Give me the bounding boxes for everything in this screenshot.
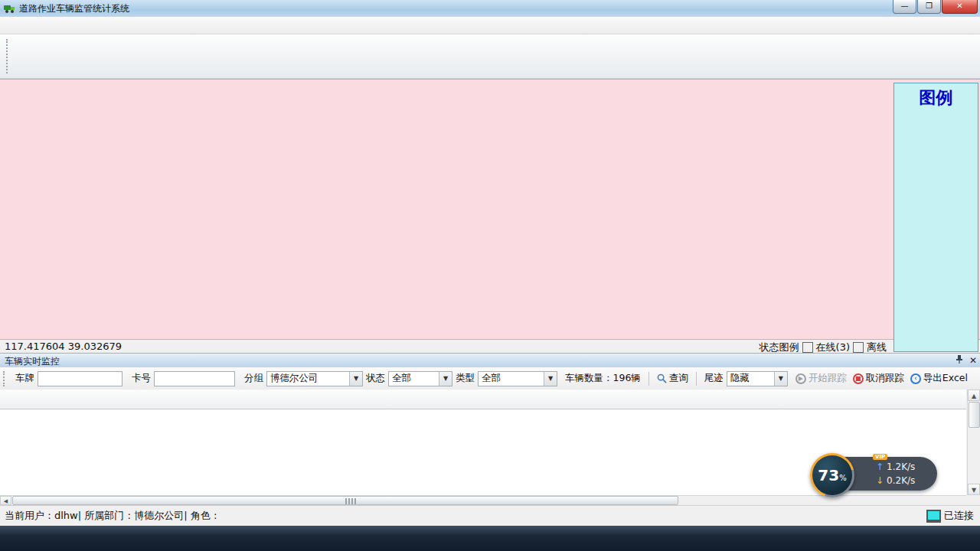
status-label: 状态 bbox=[366, 372, 385, 385]
type-select[interactable]: 全部▼ bbox=[478, 371, 557, 386]
app-window: 道路作业车辆监管统计系统 — ❐ ✕ 图例 117.417604 39.0326… bbox=[0, 0, 980, 551]
group-select[interactable]: 博德尔公司▼ bbox=[266, 371, 363, 386]
map-status-strip: 117.417604 39.032679 状态图例 在线(3) 离线 bbox=[0, 339, 980, 354]
card-label: 卡号 bbox=[132, 372, 151, 385]
card-input[interactable] bbox=[154, 371, 235, 386]
window-title: 道路作业车辆监管统计系统 bbox=[19, 2, 129, 15]
current-user-info: 当前用户：dlhw| 所属部门：博德尔公司| 角色： bbox=[5, 509, 220, 523]
status-select-value: 全部 bbox=[389, 372, 411, 385]
start-track-button: ▶ 开始跟踪 bbox=[795, 372, 847, 385]
minimize-button[interactable]: — bbox=[893, 0, 916, 14]
map-canvas[interactable] bbox=[0, 79, 980, 340]
taskbar bbox=[0, 526, 980, 551]
trail-select-value: 隐藏 bbox=[727, 372, 750, 385]
hscroll-grip bbox=[345, 498, 356, 504]
type-select-value: 全部 bbox=[479, 372, 501, 385]
monitor-icon bbox=[926, 510, 941, 523]
cursor-coordinates: 117.417604 39.032679 bbox=[5, 341, 122, 352]
download-arrow-icon: ↓ bbox=[876, 475, 884, 486]
separator bbox=[696, 372, 697, 386]
map-legend: 图例 bbox=[893, 83, 978, 352]
scroll-down-arrow[interactable]: ▼ bbox=[968, 484, 980, 495]
play-icon: ▶ bbox=[795, 373, 806, 384]
group-label: 分组 bbox=[244, 372, 263, 385]
trail-label: 尾迹 bbox=[704, 372, 724, 385]
filter-toolbar: 车牌 卡号 分组 博德尔公司▼ 状态 全部▼ 类型 全部▼ 车辆数量：196辆 … bbox=[0, 367, 980, 390]
plate-input[interactable] bbox=[38, 371, 122, 386]
chevron-down-icon: ▼ bbox=[439, 372, 452, 386]
cancel-track-button[interactable]: ■ 取消跟踪 bbox=[853, 372, 904, 385]
table-header-row bbox=[0, 390, 966, 409]
main-toolbar bbox=[0, 34, 980, 79]
plate-label: 车牌 bbox=[15, 372, 34, 385]
status-bar: 当前用户：dlhw| 所属部门：博德尔公司| 角色： 已连接 bbox=[0, 505, 980, 527]
filterbar-grip bbox=[3, 371, 8, 386]
vehicle-count: 车辆数量：196辆 bbox=[565, 372, 641, 385]
title-bar: 道路作业车辆监管统计系统 — ❐ ✕ bbox=[0, 0, 980, 18]
group-select-value: 博德尔公司 bbox=[267, 372, 318, 385]
search-icon bbox=[657, 373, 667, 383]
truck-app-icon bbox=[4, 4, 16, 14]
query-button[interactable]: 查询 bbox=[657, 372, 688, 385]
scroll-left-arrow[interactable]: ◀ bbox=[0, 496, 11, 505]
hscroll-thumb[interactable] bbox=[12, 496, 678, 505]
maximize-button[interactable]: ❐ bbox=[917, 0, 941, 14]
separator bbox=[648, 372, 649, 386]
export-arrow-icon: ‹ bbox=[910, 373, 921, 384]
close-button[interactable]: ✕ bbox=[942, 0, 978, 14]
vscroll-thumb[interactable] bbox=[969, 402, 980, 428]
health-percent: 73 bbox=[818, 466, 839, 484]
legend-title: 图例 bbox=[894, 86, 978, 109]
panel-header: 车辆实时监控 ✕ bbox=[0, 353, 980, 367]
pin-icon[interactable] bbox=[956, 354, 963, 366]
type-label: 类型 bbox=[456, 372, 475, 385]
connection-label: 已连接 bbox=[944, 509, 974, 523]
chevron-down-icon: ▼ bbox=[349, 372, 362, 386]
upload-arrow-icon: ↑ bbox=[876, 461, 884, 472]
health-ball[interactable]: 73% bbox=[810, 453, 854, 497]
table-horizontal-scrollbar[interactable]: ◀ bbox=[0, 495, 966, 505]
menu-bar bbox=[0, 17, 980, 34]
export-excel-button[interactable]: ‹ 导出Excel bbox=[910, 372, 968, 385]
scroll-up-arrow[interactable]: ▲ bbox=[968, 390, 980, 401]
online-color-swatch bbox=[802, 342, 813, 353]
toolbar-grip bbox=[6, 39, 11, 73]
vip-badge: VIP bbox=[873, 454, 887, 460]
upload-speed: 1.2K/s bbox=[887, 461, 915, 472]
offline-color-swatch bbox=[853, 342, 864, 353]
percent-sign: % bbox=[839, 474, 847, 482]
download-speed: 0.2K/s bbox=[887, 475, 915, 486]
chevron-down-icon: ▼ bbox=[544, 372, 557, 386]
trail-select[interactable]: 隐藏▼ bbox=[727, 371, 788, 386]
panel-close-icon[interactable]: ✕ bbox=[969, 355, 977, 366]
chevron-down-icon: ▼ bbox=[774, 372, 787, 386]
connection-status: 已连接 bbox=[926, 509, 974, 523]
table-vertical-scrollbar[interactable]: ▲ ▼ bbox=[967, 390, 980, 495]
status-select[interactable]: 全部▼ bbox=[388, 371, 452, 386]
stop-icon: ■ bbox=[853, 373, 864, 384]
